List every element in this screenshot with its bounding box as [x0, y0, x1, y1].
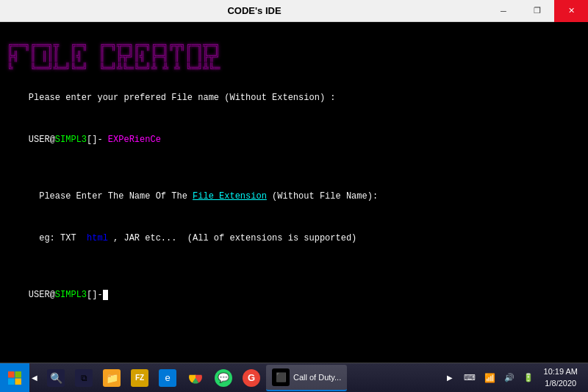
- instr-text-1: Please Enter The Name Of The: [29, 191, 193, 202]
- blank-line-2: [7, 260, 581, 274]
- taskbar-item-chrome[interactable]: [182, 365, 209, 391]
- explorer-icon: 📁: [103, 369, 121, 387]
- tray-clock[interactable]: 10:19 AM 1/8/2020: [539, 365, 582, 391]
- title-bar-controls: ─ ❐ ✕: [487, 0, 588, 21]
- command-line-2: USER@SIMPL3[]-: [7, 274, 581, 317]
- prompt-user-2: USER: [29, 290, 50, 300]
- taskbar-item-googledns[interactable]: G: [238, 365, 265, 391]
- tray-network-icon[interactable]: 📶: [481, 371, 498, 385]
- taskbar-scroll-left[interactable]: ◀: [29, 374, 40, 382]
- tray-time-value: 10:19 AM: [544, 366, 578, 377]
- taskbar-item-terminal[interactable]: ⬛ Call of Duty...: [266, 365, 347, 391]
- command-line-1: USER@SIMPL3[]- EXPeRienCe: [7, 119, 581, 162]
- chrome-icon: [187, 369, 204, 387]
- prompt-line-1: Please enter your prefered File name (Wi…: [7, 76, 581, 119]
- instr-highlight-1: File Extension: [193, 191, 267, 202]
- taskbar-item-whatsapp[interactable]: 💬: [210, 365, 237, 391]
- taskbar-item-search[interactable]: 🔍: [43, 365, 69, 391]
- prompt-host-2: SIMPL3: [55, 290, 87, 300]
- taskbar-item-edge[interactable]: e: [154, 365, 181, 391]
- restore-button[interactable]: ❐: [520, 0, 554, 22]
- taskbar-item-taskview[interactable]: ⧉: [71, 365, 97, 391]
- taskbar-item-filezilla[interactable]: FZ: [126, 365, 153, 391]
- eg-text: eg: TXT: [29, 233, 87, 243]
- prompt-host-1: SIMPL3: [55, 135, 87, 145]
- prompt-text-1: Please enter your prefered File name (Wi…: [29, 93, 336, 103]
- prompt-sym-2: -: [97, 290, 102, 300]
- cursor: [103, 290, 108, 300]
- taskbar: ◀ 🔍 ⧉ 📁 FZ e: [0, 363, 588, 392]
- tray-battery-icon[interactable]: 🔋: [520, 371, 537, 384]
- tray-speaker-icon[interactable]: 🔊: [501, 371, 517, 384]
- googledns-icon: G: [243, 369, 260, 387]
- close-button[interactable]: ✕: [554, 0, 588, 22]
- terminal-window[interactable]: ╔══╗╔══╗╦ ╔═╗ ╔═╗╦═╗╔═╗╔═╗╔╦╗╔═╗╦═╗ ╠╣ ║…: [0, 22, 588, 363]
- prompt-sym-1: -: [97, 135, 102, 145]
- svg-rect-1: [15, 371, 22, 378]
- prompt-bracket-2: []: [87, 290, 97, 300]
- minimize-button[interactable]: ─: [487, 0, 520, 22]
- prompt-bracket-1: []: [87, 135, 97, 145]
- svg-rect-0: [8, 371, 15, 378]
- prompt-user-1: USER: [29, 135, 50, 145]
- edge-icon: e: [159, 369, 176, 387]
- prompt-at-1: @: [50, 135, 55, 145]
- windows-logo-icon: [7, 371, 22, 385]
- taskbar-terminal-label: Call of Duty...: [293, 373, 341, 382]
- search-icon: 🔍: [47, 369, 65, 387]
- prompt-input-1: EXPeRienCe: [103, 135, 161, 145]
- window-title: CODE's IDE: [22, 5, 487, 16]
- svg-rect-3: [15, 378, 22, 385]
- taskbar-tray: ⌨ 📶 🔊 🔋 10:19 AM 1/8/2020: [455, 365, 588, 391]
- start-button[interactable]: [0, 363, 29, 393]
- terminal-icon: ⬛: [272, 368, 290, 386]
- taskbar-scroll-right[interactable]: ▶: [445, 374, 455, 382]
- title-bar: CODE's IDE ─ ❐ ✕: [0, 0, 588, 22]
- eg-html: html: [87, 233, 108, 243]
- taskview-icon: ⧉: [75, 369, 93, 387]
- instruction-line-1: Please Enter The Name Of The File Extens…: [7, 176, 581, 218]
- whatsapp-icon: 💬: [215, 369, 232, 387]
- tray-date-value: 1/8/2020: [544, 378, 578, 389]
- instruction-line-2: eg: TXT html , JAR etc... (All of extens…: [7, 218, 581, 260]
- instr-text-2: (Without File Name):: [267, 191, 378, 202]
- blank-line-1: [7, 162, 581, 176]
- prompt-at-2: @: [50, 290, 55, 300]
- filezilla-icon: FZ: [131, 369, 148, 387]
- ascii-art-title: ╔══╗╔══╗╦ ╔═╗ ╔═╗╦═╗╔═╗╔═╗╔╦╗╔═╗╦═╗ ╠╣ ║…: [7, 28, 581, 74]
- tray-keyboard-icon[interactable]: ⌨: [461, 371, 478, 384]
- taskbar-item-explorer[interactable]: 📁: [98, 365, 125, 391]
- svg-rect-2: [8, 378, 15, 385]
- taskbar-items: 🔍 ⧉ 📁 FZ e: [40, 363, 445, 392]
- eg-rest: , JAR etc... (All of extensions is suppo…: [108, 233, 356, 243]
